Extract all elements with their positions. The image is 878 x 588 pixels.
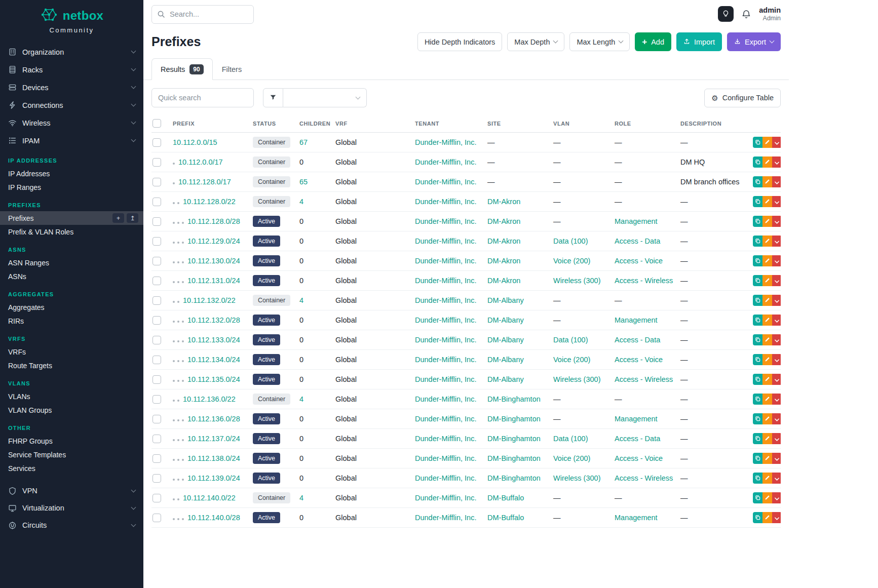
children-count-link[interactable]: 4 <box>299 198 303 206</box>
role-link[interactable]: Access - Wireless <box>615 375 673 383</box>
more-actions-button[interactable] <box>772 374 781 385</box>
sidebar-item-aggregates[interactable]: Aggregates <box>0 300 143 314</box>
role-link[interactable]: Access - Wireless <box>615 474 673 482</box>
sidebar-item-wireless[interactable]: Wireless <box>0 114 143 132</box>
copy-button[interactable] <box>753 255 762 266</box>
vlan-link[interactable]: Data (100) <box>553 237 588 245</box>
tenant-link[interactable]: Dunder-Mifflin, Inc. <box>415 316 476 324</box>
tenant-link[interactable]: Dunder-Mifflin, Inc. <box>415 296 476 304</box>
vlan-link[interactable]: Voice (200) <box>553 356 590 364</box>
prefix-link[interactable]: 10.112.130.0/24 <box>187 257 240 265</box>
vlan-link[interactable]: Wireless (300) <box>553 474 600 482</box>
role-link[interactable]: Management <box>615 217 658 225</box>
row-checkbox[interactable] <box>152 336 161 344</box>
role-link[interactable]: Access - Voice <box>615 257 663 265</box>
row-checkbox[interactable] <box>152 474 161 483</box>
vlan-link[interactable]: Wireless (300) <box>553 277 600 285</box>
site-link[interactable]: DM-Akron <box>487 237 520 245</box>
children-count-link[interactable]: 4 <box>299 494 303 502</box>
copy-button[interactable] <box>753 354 762 365</box>
sidebar-item-vlan-groups[interactable]: VLAN Groups <box>0 403 143 417</box>
more-actions-button[interactable] <box>772 433 781 444</box>
tenant-link[interactable]: Dunder-Mifflin, Inc. <box>415 158 476 166</box>
row-checkbox[interactable] <box>152 375 161 384</box>
copy-button[interactable] <box>753 492 762 503</box>
notifications-bell-icon[interactable] <box>741 9 751 19</box>
role-link[interactable]: Access - Voice <box>615 356 663 364</box>
children-count-link[interactable]: 4 <box>299 296 303 304</box>
copy-button[interactable] <box>753 394 762 405</box>
export-dropdown[interactable]: Export <box>727 32 781 51</box>
prefix-link[interactable]: 10.112.0.0/15 <box>173 138 217 146</box>
edit-button[interactable] <box>762 176 772 187</box>
children-count-link[interactable]: 4 <box>299 395 303 403</box>
site-link[interactable]: DM-Binghamton <box>487 435 541 443</box>
brand-logo[interactable]: netbox Community <box>0 0 143 38</box>
sidebar-item-services[interactable]: Services <box>0 461 143 475</box>
copy-button[interactable] <box>753 334 762 345</box>
edit-button[interactable] <box>762 394 772 405</box>
role-link[interactable]: Management <box>615 415 658 423</box>
row-checkbox[interactable] <box>152 257 161 265</box>
site-link[interactable]: DM-Akron <box>487 217 520 225</box>
sidebar-item-virtualization[interactable]: Virtualization <box>0 499 143 517</box>
edit-button[interactable] <box>762 334 772 345</box>
prefix-link[interactable]: 10.112.0.0/17 <box>178 158 223 166</box>
saved-filter-select[interactable] <box>283 88 367 107</box>
row-checkbox[interactable] <box>152 198 161 206</box>
add-button[interactable]: + Add <box>635 32 671 51</box>
copy-button[interactable] <box>753 433 762 444</box>
tenant-link[interactable]: Dunder-Mifflin, Inc. <box>415 435 476 443</box>
column-header-vrf[interactable]: VRF <box>331 114 411 133</box>
sidebar-item-circuits[interactable]: Circuits <box>0 517 143 534</box>
vlan-link[interactable]: Data (100) <box>553 435 588 443</box>
prefix-link[interactable]: 10.112.129.0/24 <box>187 237 240 245</box>
column-header-vlan[interactable]: VLAN <box>549 114 610 133</box>
site-link[interactable]: DM-Albany <box>487 336 524 344</box>
row-checkbox[interactable] <box>152 395 161 404</box>
row-checkbox[interactable] <box>152 138 161 147</box>
sidebar-item-asns[interactable]: ASNs <box>0 269 143 283</box>
row-checkbox[interactable] <box>152 237 161 246</box>
role-link[interactable]: Access - Voice <box>615 454 663 462</box>
prefix-link[interactable]: 10.112.135.0/24 <box>187 375 240 383</box>
more-actions-button[interactable] <box>772 473 781 484</box>
more-actions-button[interactable] <box>772 315 781 326</box>
global-search-input[interactable] <box>151 5 254 24</box>
sidebar-item-route-targets[interactable]: Route Targets <box>0 359 143 372</box>
prefix-link[interactable]: 10.112.140.0/28 <box>187 514 240 522</box>
edit-button[interactable] <box>762 255 772 266</box>
edit-button[interactable] <box>762 275 772 286</box>
site-link[interactable]: DM-Albany <box>487 316 524 324</box>
site-link[interactable]: DM-Albany <box>487 375 524 383</box>
edit-button[interactable] <box>762 236 772 247</box>
edit-button[interactable] <box>762 196 772 207</box>
more-actions-button[interactable] <box>772 334 781 345</box>
tenant-link[interactable]: Dunder-Mifflin, Inc. <box>415 474 476 482</box>
copy-button[interactable] <box>753 236 762 247</box>
role-link[interactable]: Access - Data <box>615 435 660 443</box>
edit-button[interactable] <box>762 354 772 365</box>
tenant-link[interactable]: Dunder-Mifflin, Inc. <box>415 178 476 186</box>
copy-button[interactable] <box>753 137 762 148</box>
site-link[interactable]: DM-Albany <box>487 296 524 304</box>
tenant-link[interactable]: Dunder-Mifflin, Inc. <box>415 138 476 146</box>
vlan-link[interactable]: Data (100) <box>553 336 588 344</box>
hide-depth-indicators-button[interactable]: Hide Depth Indicators <box>417 32 502 51</box>
tenant-link[interactable]: Dunder-Mifflin, Inc. <box>415 237 476 245</box>
copy-button[interactable] <box>753 275 762 286</box>
site-link[interactable]: DM-Buffalo <box>487 494 524 502</box>
prefix-link[interactable]: 10.112.132.0/28 <box>187 316 240 324</box>
edit-button[interactable] <box>762 433 772 444</box>
sidebar-item-racks[interactable]: Racks <box>0 61 143 79</box>
copy-button[interactable] <box>753 453 762 464</box>
quick-add-button[interactable]: + <box>112 213 124 223</box>
more-actions-button[interactable] <box>772 295 781 306</box>
prefix-link[interactable]: 10.112.138.0/24 <box>187 454 240 462</box>
edit-button[interactable] <box>762 473 772 484</box>
site-link[interactable]: DM-Akron <box>487 277 520 285</box>
copy-button[interactable] <box>753 413 762 424</box>
row-checkbox[interactable] <box>152 494 161 502</box>
prefix-link[interactable]: 10.112.139.0/24 <box>187 474 240 482</box>
role-link[interactable]: Access - Wireless <box>615 277 673 285</box>
